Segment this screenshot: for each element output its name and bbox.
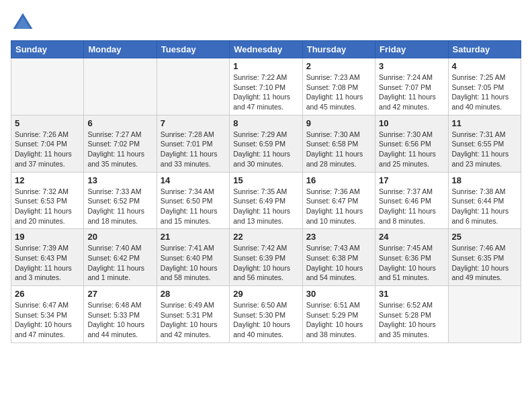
day-info: Sunrise: 7:31 AM Sunset: 6:55 PM Dayligh… bbox=[452, 130, 517, 169]
calendar-week-5: 26Sunrise: 6:47 AM Sunset: 5:34 PM Dayli… bbox=[11, 286, 521, 343]
day-info: Sunrise: 7:30 AM Sunset: 6:58 PM Dayligh… bbox=[306, 130, 371, 169]
table-row: 28Sunrise: 6:49 AM Sunset: 5:31 PM Dayli… bbox=[157, 286, 229, 343]
day-info: Sunrise: 7:32 AM Sunset: 6:53 PM Dayligh… bbox=[15, 187, 80, 226]
header-day-thursday: Thursday bbox=[302, 41, 375, 58]
day-number: 13 bbox=[87, 175, 152, 185]
table-row: 13Sunrise: 7:33 AM Sunset: 6:52 PM Dayli… bbox=[84, 172, 157, 229]
table-row bbox=[157, 58, 229, 116]
day-info: Sunrise: 6:51 AM Sunset: 5:29 PM Dayligh… bbox=[306, 300, 371, 340]
day-info: Sunrise: 7:28 AM Sunset: 7:01 PM Dayligh… bbox=[161, 130, 226, 169]
table-row: 2Sunrise: 7:23 AM Sunset: 7:08 PM Daylig… bbox=[302, 58, 375, 116]
day-number: 20 bbox=[87, 232, 152, 242]
table-row: 7Sunrise: 7:28 AM Sunset: 7:01 PM Daylig… bbox=[157, 115, 229, 172]
day-number: 24 bbox=[379, 232, 444, 242]
table-row: 5Sunrise: 7:26 AM Sunset: 7:04 PM Daylig… bbox=[11, 115, 84, 172]
table-row: 23Sunrise: 7:43 AM Sunset: 6:38 PM Dayli… bbox=[302, 229, 375, 286]
day-number: 2 bbox=[306, 61, 371, 71]
table-row: 12Sunrise: 7:32 AM Sunset: 6:53 PM Dayli… bbox=[11, 172, 84, 229]
day-info: Sunrise: 7:30 AM Sunset: 6:56 PM Dayligh… bbox=[379, 130, 444, 169]
day-number: 26 bbox=[15, 289, 80, 299]
table-row: 26Sunrise: 6:47 AM Sunset: 5:34 PM Dayli… bbox=[11, 286, 84, 343]
day-info: Sunrise: 7:34 AM Sunset: 6:50 PM Dayligh… bbox=[161, 187, 226, 226]
header-day-saturday: Saturday bbox=[448, 41, 521, 58]
day-number: 4 bbox=[452, 61, 517, 71]
day-info: Sunrise: 7:46 AM Sunset: 6:35 PM Dayligh… bbox=[452, 243, 517, 283]
day-number: 30 bbox=[306, 289, 371, 299]
header-day-tuesday: Tuesday bbox=[157, 41, 229, 58]
day-number: 12 bbox=[15, 175, 80, 185]
table-row: 4Sunrise: 7:25 AM Sunset: 7:05 PM Daylig… bbox=[448, 58, 521, 116]
table-row: 25Sunrise: 7:46 AM Sunset: 6:35 PM Dayli… bbox=[448, 229, 521, 286]
day-number: 5 bbox=[15, 118, 80, 128]
day-info: Sunrise: 6:48 AM Sunset: 5:33 PM Dayligh… bbox=[87, 300, 152, 340]
table-row: 20Sunrise: 7:40 AM Sunset: 6:42 PM Dayli… bbox=[84, 229, 157, 286]
logo bbox=[11, 11, 38, 35]
day-number: 8 bbox=[233, 118, 298, 128]
day-number: 6 bbox=[87, 118, 152, 128]
table-row bbox=[448, 286, 521, 343]
table-row: 9Sunrise: 7:30 AM Sunset: 6:58 PM Daylig… bbox=[302, 115, 375, 172]
day-info: Sunrise: 6:52 AM Sunset: 5:28 PM Dayligh… bbox=[379, 300, 444, 340]
day-number: 17 bbox=[379, 175, 444, 185]
day-info: Sunrise: 7:23 AM Sunset: 7:08 PM Dayligh… bbox=[306, 73, 371, 112]
day-info: Sunrise: 6:49 AM Sunset: 5:31 PM Dayligh… bbox=[161, 300, 226, 340]
day-info: Sunrise: 7:36 AM Sunset: 6:47 PM Dayligh… bbox=[306, 187, 371, 226]
day-number: 10 bbox=[379, 118, 444, 128]
day-number: 1 bbox=[233, 61, 298, 71]
day-info: Sunrise: 7:43 AM Sunset: 6:38 PM Dayligh… bbox=[306, 243, 371, 283]
day-number: 22 bbox=[233, 232, 298, 242]
table-row: 30Sunrise: 6:51 AM Sunset: 5:29 PM Dayli… bbox=[302, 286, 375, 343]
table-row: 6Sunrise: 7:27 AM Sunset: 7:02 PM Daylig… bbox=[84, 115, 157, 172]
table-row: 15Sunrise: 7:35 AM Sunset: 6:49 PM Dayli… bbox=[230, 172, 302, 229]
day-number: 7 bbox=[161, 118, 226, 128]
table-row: 8Sunrise: 7:29 AM Sunset: 6:59 PM Daylig… bbox=[230, 115, 302, 172]
calendar-week-2: 5Sunrise: 7:26 AM Sunset: 7:04 PM Daylig… bbox=[11, 115, 521, 172]
day-number: 11 bbox=[452, 118, 517, 128]
day-info: Sunrise: 7:37 AM Sunset: 6:46 PM Dayligh… bbox=[379, 187, 444, 226]
table-row: 24Sunrise: 7:45 AM Sunset: 6:36 PM Dayli… bbox=[375, 229, 448, 286]
day-info: Sunrise: 7:26 AM Sunset: 7:04 PM Dayligh… bbox=[15, 130, 80, 169]
table-row bbox=[84, 58, 157, 116]
table-row bbox=[11, 58, 84, 116]
table-row: 22Sunrise: 7:42 AM Sunset: 6:39 PM Dayli… bbox=[230, 229, 302, 286]
header-day-wednesday: Wednesday bbox=[230, 41, 302, 58]
table-row: 14Sunrise: 7:34 AM Sunset: 6:50 PM Dayli… bbox=[157, 172, 229, 229]
day-info: Sunrise: 7:29 AM Sunset: 6:59 PM Dayligh… bbox=[233, 130, 298, 169]
table-row: 21Sunrise: 7:41 AM Sunset: 6:40 PM Dayli… bbox=[157, 229, 229, 286]
table-row: 11Sunrise: 7:31 AM Sunset: 6:55 PM Dayli… bbox=[448, 115, 521, 172]
table-row: 31Sunrise: 6:52 AM Sunset: 5:28 PM Dayli… bbox=[375, 286, 448, 343]
day-info: Sunrise: 7:33 AM Sunset: 6:52 PM Dayligh… bbox=[87, 187, 152, 226]
table-row: 18Sunrise: 7:38 AM Sunset: 6:44 PM Dayli… bbox=[448, 172, 521, 229]
day-number: 19 bbox=[15, 232, 80, 242]
day-number: 18 bbox=[452, 175, 517, 185]
day-number: 27 bbox=[87, 289, 152, 299]
day-info: Sunrise: 7:35 AM Sunset: 6:49 PM Dayligh… bbox=[233, 187, 298, 226]
header-day-friday: Friday bbox=[375, 41, 448, 58]
day-number: 9 bbox=[306, 118, 371, 128]
table-row: 19Sunrise: 7:39 AM Sunset: 6:43 PM Dayli… bbox=[11, 229, 84, 286]
table-row: 27Sunrise: 6:48 AM Sunset: 5:33 PM Dayli… bbox=[84, 286, 157, 343]
table-row: 10Sunrise: 7:30 AM Sunset: 6:56 PM Dayli… bbox=[375, 115, 448, 172]
day-info: Sunrise: 7:39 AM Sunset: 6:43 PM Dayligh… bbox=[15, 243, 80, 283]
calendar-week-3: 12Sunrise: 7:32 AM Sunset: 6:53 PM Dayli… bbox=[11, 172, 521, 229]
logo-icon bbox=[11, 11, 35, 35]
day-number: 21 bbox=[161, 232, 226, 242]
day-number: 23 bbox=[306, 232, 371, 242]
day-info: Sunrise: 7:40 AM Sunset: 6:42 PM Dayligh… bbox=[87, 243, 152, 283]
day-number: 14 bbox=[161, 175, 226, 185]
header-day-monday: Monday bbox=[84, 41, 157, 58]
day-info: Sunrise: 6:47 AM Sunset: 5:34 PM Dayligh… bbox=[15, 300, 80, 340]
day-info: Sunrise: 7:24 AM Sunset: 7:07 PM Dayligh… bbox=[379, 73, 444, 112]
table-row: 1Sunrise: 7:22 AM Sunset: 7:10 PM Daylig… bbox=[230, 58, 302, 116]
day-number: 29 bbox=[233, 289, 298, 299]
day-info: Sunrise: 7:22 AM Sunset: 7:10 PM Dayligh… bbox=[233, 73, 298, 112]
header-day-sunday: Sunday bbox=[11, 41, 84, 58]
day-info: Sunrise: 7:41 AM Sunset: 6:40 PM Dayligh… bbox=[161, 243, 226, 283]
day-number: 25 bbox=[452, 232, 517, 242]
calendar-header-row: SundayMondayTuesdayWednesdayThursdayFrid… bbox=[11, 41, 521, 58]
table-row: 17Sunrise: 7:37 AM Sunset: 6:46 PM Dayli… bbox=[375, 172, 448, 229]
page-header bbox=[11, 11, 521, 35]
day-number: 28 bbox=[161, 289, 226, 299]
day-number: 31 bbox=[379, 289, 444, 299]
day-info: Sunrise: 6:50 AM Sunset: 5:30 PM Dayligh… bbox=[233, 300, 298, 340]
